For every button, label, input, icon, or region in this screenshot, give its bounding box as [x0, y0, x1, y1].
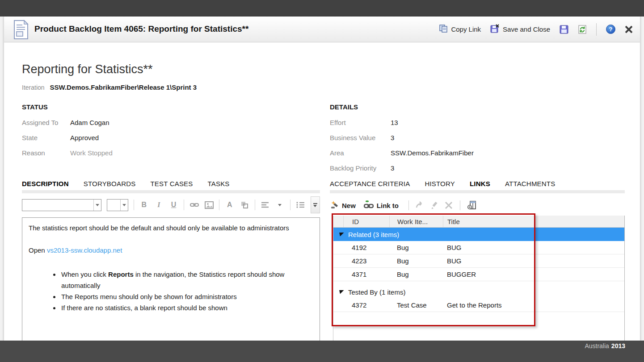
italic-button[interactable]: I	[154, 200, 164, 210]
help-icon: ?	[609, 26, 613, 33]
links-toolbar: New Link to	[330, 199, 476, 212]
tab-history[interactable]: HISTORY	[425, 180, 455, 187]
details-heading: DETAILS	[330, 103, 474, 111]
column-header-id[interactable]: ID	[343, 216, 389, 227]
cloudapp-link[interactable]: vs2013-ssw.cloudapp.net	[47, 246, 122, 254]
window-title: Product Backlog Item 4065: Reporting for…	[34, 24, 248, 34]
link-row[interactable]: 4372 Test Case Get to the Reports	[333, 299, 624, 312]
links-grid-header: ID Work Ite... Title	[333, 216, 624, 228]
tab-storyboards[interactable]: STORYBOARDS	[84, 180, 136, 187]
window-header: Product Backlog Item 4065: Reporting for…	[4, 17, 640, 42]
refresh-button[interactable]	[578, 25, 587, 34]
save-button[interactable]	[560, 25, 568, 34]
cell-work-item-type: Test Case	[389, 301, 443, 309]
copy-link-icon	[439, 25, 448, 34]
tab-description[interactable]: DESCRIPTION	[22, 180, 69, 187]
close-icon	[625, 25, 633, 33]
new-link-label: New	[342, 202, 356, 209]
status-heading: STATUS	[22, 103, 113, 111]
description-bullet-list: When you click Reports in the navigation…	[29, 269, 313, 313]
open-link-icon[interactable]	[415, 200, 425, 210]
description-editor[interactable]: The statistics report should be the defa…	[22, 217, 320, 341]
cell-title: BUG	[443, 257, 624, 265]
description-paragraph: Open vs2013-ssw.cloudapp.net	[29, 245, 313, 256]
toolbar-divider	[134, 200, 134, 210]
cell-id: 4223	[343, 257, 389, 265]
edit-link-icon[interactable]	[429, 200, 439, 210]
group-label: Tested By (1 items)	[348, 288, 405, 296]
group-gap	[333, 281, 624, 285]
save-and-close-label: Save and Close	[503, 25, 550, 33]
tab-attachments[interactable]: ATTACHMENTS	[505, 180, 555, 187]
align-dropdown-arrow[interactable]	[275, 200, 285, 210]
chevron-down-icon	[93, 200, 101, 211]
links-grid: ID Work Ite... Title Related (3 items) 4…	[333, 216, 625, 341]
toolbar-divider	[460, 200, 460, 210]
work-item-title: Reporting for Statistics**	[22, 62, 153, 76]
cell-work-item-type: Bug	[389, 244, 443, 251]
bullet-item: If there are no statistics, a blank repo…	[60, 302, 313, 313]
column-header-work-item-type[interactable]: Work Ite...	[389, 216, 443, 227]
font-family-select[interactable]	[22, 199, 101, 211]
backlog-priority-value[interactable]: 3	[391, 164, 474, 173]
help-button[interactable]: ?	[606, 25, 615, 34]
toolbar-divider	[184, 200, 184, 210]
align-button[interactable]	[260, 200, 269, 210]
rich-text-toolbar: B I U A	[22, 196, 320, 214]
tab-test-cases[interactable]: TEST CASES	[150, 180, 193, 187]
bullet-bold-text: Reports	[108, 270, 134, 278]
link-row[interactable]: 4192 Bug BUG	[333, 241, 624, 254]
bullet-text: The Reports menu should only be shown fo…	[61, 293, 237, 300]
group-label: Related (3 items)	[348, 231, 399, 238]
bold-button[interactable]: B	[139, 200, 149, 210]
tab-acceptance-criteria[interactable]: ACCEPTANCE CRITERIA	[330, 180, 410, 187]
reason-value[interactable]: Work Stopped	[70, 149, 113, 158]
toolbar-divider	[219, 200, 219, 210]
bullet-list-icon[interactable]	[296, 200, 305, 210]
font-size-select[interactable]	[107, 199, 128, 211]
iteration-value[interactable]: SSW.Demos.FabrikamFiber\Release 1\Sprint…	[50, 83, 197, 91]
assigned-to-value[interactable]: Adam Cogan	[70, 118, 113, 127]
state-value[interactable]: Approved	[70, 133, 113, 142]
group-row-related[interactable]: Related (3 items)	[333, 228, 624, 241]
delete-link-icon[interactable]	[444, 200, 454, 210]
copy-link-button[interactable]: Copy Link	[439, 25, 481, 34]
toolbar-divider	[255, 200, 255, 210]
hyperlink-icon[interactable]	[189, 200, 199, 210]
right-tab-band	[330, 190, 625, 193]
field-label: State	[22, 133, 70, 142]
link-row[interactable]: 4223 Bug BUG	[333, 254, 624, 268]
insert-image-icon[interactable]	[204, 200, 214, 210]
format-blocks-icon[interactable]	[240, 200, 249, 210]
underline-button[interactable]: U	[169, 200, 178, 210]
footer-brand: Australia2013	[585, 342, 625, 350]
column-options-icon[interactable]	[467, 200, 476, 210]
bullet-text: If there are no statistics, a blank repo…	[61, 304, 227, 312]
details-section: DETAILS Effort 13 Business Value 3 Area …	[330, 103, 474, 173]
new-item-icon	[330, 200, 339, 211]
link-row[interactable]: 4371 Bug BUGGER	[333, 268, 624, 281]
tab-tasks[interactable]: TASKS	[208, 180, 230, 187]
effort-value[interactable]: 13	[391, 118, 474, 127]
right-tab-row: ACCEPTANCE CRITERIA HISTORY LINKS ATTACH…	[330, 180, 555, 187]
group-row-tested-by[interactable]: Tested By (1 items)	[333, 285, 624, 299]
area-value[interactable]: SSW.Demos.FabrikamFiber	[391, 149, 474, 158]
overflow-icon	[313, 205, 317, 207]
cell-title: BUG	[443, 244, 624, 251]
overflow-icon	[313, 203, 317, 204]
link-to-icon	[364, 200, 374, 211]
save-and-close-button[interactable]: Save and Close	[490, 24, 550, 34]
new-link-button[interactable]: New	[330, 200, 356, 211]
business-value-value[interactable]: 3	[391, 133, 474, 142]
window-header-toolbar: Copy Link Save and Close	[439, 17, 633, 42]
close-button[interactable]	[625, 25, 633, 33]
cell-work-item-type: Bug	[389, 270, 443, 278]
column-header-title[interactable]: Title	[443, 216, 624, 227]
font-color-button[interactable]: A	[225, 200, 234, 210]
group-expanded-icon[interactable]	[339, 290, 344, 294]
tab-links[interactable]: LINKS	[470, 180, 490, 187]
toolbar-overflow-button[interactable]	[311, 196, 320, 213]
link-to-button[interactable]: Link to	[364, 200, 399, 211]
group-expanded-icon[interactable]	[339, 233, 344, 237]
cell-id: 4372	[343, 301, 389, 309]
